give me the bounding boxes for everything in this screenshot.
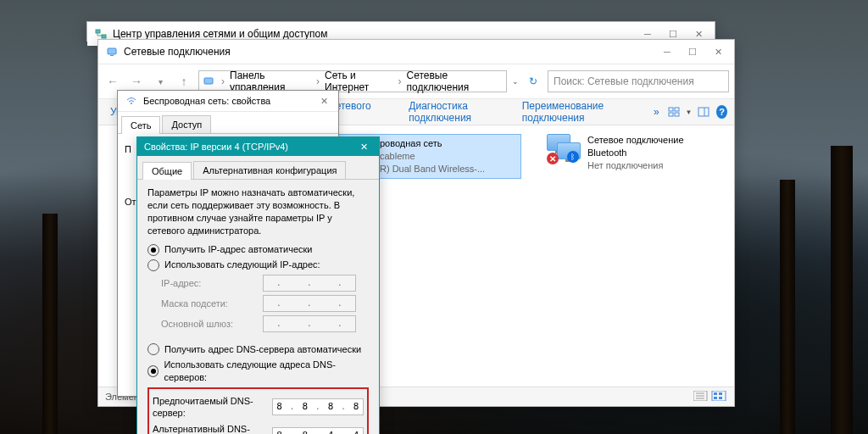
preferred-dns-input[interactable]: 8.8.8.8	[272, 398, 364, 415]
window-title: Сетевые подключения	[124, 46, 654, 58]
subnet-mask-input: ...	[263, 295, 356, 312]
wallpaper-tree	[780, 180, 795, 434]
svg-rect-15	[712, 391, 726, 401]
help-button[interactable]: ?	[716, 105, 727, 119]
cmd-diagnose[interactable]: Диагностика подключения	[403, 97, 515, 127]
alternate-dns-input[interactable]: 8.8.4.4	[272, 427, 364, 434]
svg-rect-2	[108, 48, 116, 54]
up-button[interactable]: ↑	[175, 72, 193, 91]
radio-ip-manual[interactable]: Использовать следующий IP-адрес:	[147, 259, 369, 271]
info-text: Параметры IP можно назначать автоматичес…	[147, 186, 369, 236]
connection-item-bluetooth[interactable]: ✕ ᛒ Сетевое подключение Bluetooth Нет по…	[547, 134, 726, 179]
close-button[interactable]: ✕	[705, 43, 731, 60]
dialog-title: Беспроводная сеть: свойства	[143, 96, 313, 106]
history-dropdown[interactable]: ▾	[151, 72, 170, 91]
tab-general[interactable]: Общие	[142, 162, 192, 180]
back-button[interactable]: ←	[103, 72, 122, 91]
svg-rect-18	[714, 397, 717, 399]
preview-pane-button[interactable]	[697, 104, 709, 120]
disconnected-icon: ✕	[547, 153, 559, 164]
close-button[interactable]: ✕	[313, 93, 335, 108]
minimize-button[interactable]: ─	[654, 43, 680, 60]
maximize-button[interactable]: ☐	[680, 43, 705, 60]
tab-access[interactable]: Доступ	[162, 115, 211, 133]
label-dns1: Предпочитаемый DNS-сервер:	[153, 395, 265, 420]
chevron-down-icon[interactable]: ▼	[685, 108, 692, 116]
network-connections-icon	[203, 75, 214, 88]
svg-point-20	[131, 103, 132, 104]
radio-icon	[147, 259, 159, 271]
ip-address-input: ...	[263, 275, 356, 292]
search-input[interactable]: Поиск: Сетевые подключения	[548, 70, 729, 92]
label-ip: IP-адрес:	[161, 277, 256, 290]
radio-icon	[147, 343, 159, 355]
close-button[interactable]: ✕	[352, 139, 376, 154]
tab-alternate-config[interactable]: Альтернативная конфигурация	[193, 161, 346, 179]
tab-network[interactable]: Сеть	[121, 116, 160, 134]
svg-rect-8	[675, 113, 679, 116]
highlight-box: Предпочитаемый DNS-сервер: 8.8.8.8 Альте…	[147, 387, 369, 434]
svg-rect-3	[110, 55, 114, 56]
network-connections-icon	[105, 45, 119, 58]
svg-rect-17	[719, 392, 722, 395]
label-dns2: Альтернативный DNS-сервер:	[153, 423, 265, 434]
dialog-ipv4-properties: Свойства: IP версии 4 (TCP/IPv4) ✕ Общие…	[136, 136, 380, 434]
connection-device: R) Dual Band Wireless-...	[380, 163, 485, 175]
view-mode-icons[interactable]	[693, 391, 727, 403]
chevron-right-icon: ›	[314, 75, 321, 87]
label-mask: Маска подсети:	[161, 298, 256, 310]
wifi-icon	[125, 94, 138, 108]
radio-ip-auto[interactable]: Получить IP-адрес автоматически	[147, 243, 369, 256]
svg-rect-19	[719, 397, 722, 399]
svg-rect-16	[714, 392, 717, 395]
breadcrumb-segment[interactable]: Сетевые подключения	[403, 70, 503, 93]
wallpaper-tree	[42, 214, 58, 434]
search-placeholder: Поиск: Сетевые подключения	[554, 75, 694, 87]
view-options-button[interactable]	[668, 104, 681, 120]
chevron-right-icon: ›	[396, 75, 403, 87]
label-gateway: Основной шлюз:	[161, 318, 256, 331]
adapter-icon: ✕ ᛒ	[547, 134, 581, 164]
dialog-title: Свойства: IP версии 4 (TCP/IPv4)	[144, 142, 352, 152]
svg-rect-7	[669, 113, 673, 116]
svg-rect-9	[698, 108, 709, 116]
bluetooth-icon: ᛒ	[567, 151, 579, 163]
radio-dns-auto[interactable]: Получить адрес DNS-сервера автоматически	[147, 343, 369, 356]
svg-rect-6	[675, 108, 679, 111]
cmd-rename[interactable]: Переименование подключения	[517, 97, 647, 127]
wallpaper-tree	[831, 146, 853, 434]
connection-status: Нет подключения	[587, 159, 726, 172]
svg-rect-4	[204, 78, 213, 84]
cmd-overflow[interactable]: »	[648, 103, 665, 121]
forward-button[interactable]: →	[127, 72, 146, 91]
radio-icon	[147, 244, 159, 256]
chevron-right-icon: ›	[220, 75, 226, 87]
gateway-input: ...	[263, 315, 356, 332]
svg-rect-5	[669, 108, 673, 111]
radio-dns-manual[interactable]: Использовать следующие адреса DNS-сервер…	[147, 359, 369, 384]
svg-rect-0	[96, 30, 100, 33]
radio-icon	[147, 365, 159, 377]
refresh-button[interactable]: ↻	[524, 72, 542, 91]
window-title: Центр управления сетями и общим доступом	[113, 28, 635, 40]
connection-name: роводная сеть	[380, 137, 485, 150]
breadcrumb-dropdown-icon[interactable]: ⌄	[512, 77, 519, 86]
connection-name: Сетевое подключение Bluetooth	[587, 134, 726, 159]
connection-status: cableme	[380, 150, 485, 163]
